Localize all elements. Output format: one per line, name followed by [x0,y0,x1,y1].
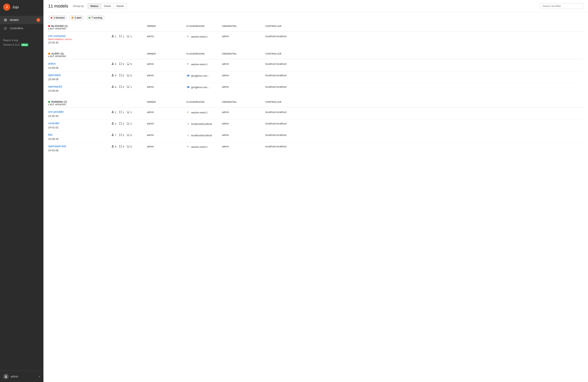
groupby-cloud-button[interactable]: Cloud [101,3,114,9]
model-credential: admin [222,73,265,77]
svg-rect-4 [121,37,122,37]
table-row: openstack-test 0 0 0 admin aws/eu-west-1… [48,143,583,154]
cloud-region: aws/eu-west-1 [191,111,208,114]
machines-value: 2 [130,122,132,125]
model-credential: admin [222,145,265,148]
table-row: controller 2 2 2 admin⎔localhost/localho… [48,120,583,131]
apps-icon [119,35,122,38]
apps-count: 0 [119,85,124,89]
units-icon [111,35,114,38]
svg-rect-29 [127,88,129,88]
beta-badge: Beta [21,43,28,46]
local-logo: ⎔ [186,133,190,137]
groupby-status-button[interactable]: Status [88,3,101,9]
table-row: openstack2 4 0 1 admin google/us-cen…adm… [48,83,583,94]
aws-logo [186,63,190,66]
sidebar-item-controllers[interactable]: ◷ Controllers [0,24,43,32]
model-controller: localhost-localhost [265,85,301,88]
machines-icon [127,122,129,126]
model-name-link[interactable]: controller [48,122,111,125]
juju-logo: J [3,3,10,11]
units-icon [111,63,114,66]
filter-bar: 1 blocked 3 alert 7 running [43,12,588,23]
apps-count: 0 [119,74,124,77]
col-owner: OWNER [147,101,186,103]
filter-alert[interactable]: 3 alert [69,15,84,20]
svg-rect-36 [127,113,129,113]
col-cloud-region: CLOUD/REGION [186,101,222,103]
cloud-region: google/us-cen… [191,74,210,77]
apps-count: 2 [119,122,124,126]
col-owner: OWNER [147,53,186,55]
apps-icon [119,133,122,137]
groupby-owner-button[interactable]: Owner [114,3,126,9]
svg-rect-28 [127,87,129,88]
footer-username: admin [11,375,37,378]
apps-value: 5 [123,134,124,137]
cloud-region: aws/eu-west-1 [191,63,208,66]
svg-rect-45 [119,134,120,134]
sidebar-footer[interactable]: admin ∧ [0,371,43,382]
model-name-link[interactable]: openstack-test [48,145,111,148]
col-owner: OWNER [147,25,186,27]
svg-rect-34 [121,112,122,113]
units-count: 4 [111,85,116,89]
blocked-dot [48,25,50,27]
main-content: 11 models Group by: Status Cloud Owner 1… [43,0,588,382]
chevron-up-icon: ∧ [39,375,40,378]
section-blocked-header: BLOCKED (1)OWNERCLOUD/REGIONCREDENTIALCO… [48,23,583,32]
model-owner: admin [147,34,186,38]
search-input[interactable] [540,3,583,9]
col-credential: CREDENTIAL [222,25,265,27]
machines-value: 0 [130,74,132,77]
cloud-region: localhost/localhost [191,134,212,137]
sidebar-item-models[interactable]: ⊞ Models 1 [0,16,43,24]
models-content: BLOCKED (1)OWNERCLOUD/REGIONCREDENTIALCO… [43,23,588,163]
units-count: 5 [111,63,116,66]
svg-rect-3 [119,37,120,37]
machines-value: 1 [130,35,132,38]
machines-count: 0 [127,74,132,77]
machines-count: 1 [127,35,132,38]
cloud-region: aws/eu-west-1 [191,35,208,38]
machines-icon [127,133,129,137]
filter-running-label: 7 running [91,16,102,19]
apps-value: 0 [123,145,124,148]
svg-rect-16 [121,74,122,75]
svg-rect-41 [121,124,122,125]
section-alert-title: ALERT (3) [51,52,64,55]
svg-rect-12 [127,63,129,64]
svg-rect-13 [127,64,129,65]
blocked-dot [51,17,52,19]
model-name-link[interactable]: openstack [48,73,111,77]
model-name-link[interactable]: openstack2 [48,85,111,88]
model-name-link[interactable]: cmr-provider [48,110,111,113]
svg-rect-43 [127,124,129,125]
apps-count: 1 [119,35,124,38]
controllers-icon: ◷ [3,26,7,30]
model-controller: localhost-localhost [265,110,301,114]
filter-blocked[interactable]: 1 blocked [48,15,67,20]
units-value: 0 [115,145,116,148]
svg-rect-2 [121,35,122,36]
model-name-link[interactable]: cmr-consumer [48,34,111,38]
avatar [3,374,9,379]
apps-count: 5 [119,63,124,66]
sidebar: J Juju ⊞ Models 1 ◷ Controllers Report a… [0,0,43,382]
report-bug-link[interactable]: Report a bug [3,39,40,42]
svg-rect-18 [121,76,122,76]
filter-running[interactable]: 7 running [86,15,105,20]
svg-rect-46 [121,134,122,134]
svg-point-0 [5,375,6,377]
svg-rect-42 [127,123,129,124]
model-name-link[interactable]: k8s [48,133,111,136]
apps-count: 1 [119,111,124,114]
model-name-link[interactable]: anbox [48,62,111,65]
units-count: 7 [111,133,116,137]
machines-icon [127,145,129,148]
model-cloud: aws/eu-west-1 [186,145,222,149]
apps-count: 5 [119,133,124,137]
model-owner: admin [147,122,186,125]
svg-rect-53 [121,145,122,146]
model-cloud: google/us-cen… [186,85,222,89]
